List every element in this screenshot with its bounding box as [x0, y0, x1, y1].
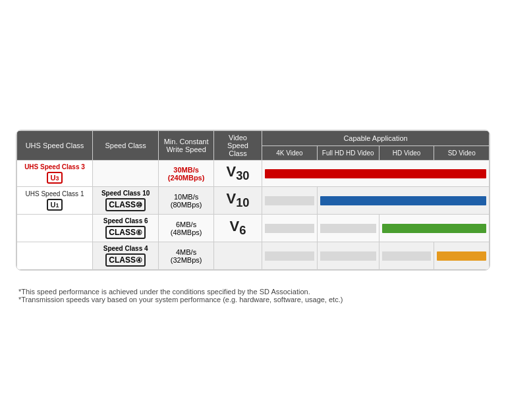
speed-class-cell-3: Speed Class 6 CLASS⑥: [92, 215, 158, 242]
bar-grey-4k-4: [262, 242, 318, 270]
header-video-speed: Video Speed Class: [213, 131, 262, 161]
video-class-label-2: V10: [226, 190, 249, 207]
bar-red-1: [265, 169, 486, 178]
speed-class-name-2: Speed Class 10: [97, 190, 154, 197]
bar-container-1: [265, 168, 486, 180]
bar-orange-4: [437, 251, 486, 261]
grey-hd-4: [382, 251, 432, 261]
min-speed-val-1: 30MB/s: [173, 166, 199, 174]
video-class-cell-3: V6: [213, 215, 262, 242]
speed-class-cell-1: [92, 161, 158, 187]
uhs-icon-2: U1: [21, 197, 88, 211]
speed-class-name-4: Speed Class 4: [97, 245, 154, 252]
speed-class-icon-3: CLASS⑥: [105, 226, 146, 239]
header-capable-application: Capable Application: [262, 131, 490, 146]
speed-class-name-3: Speed Class 6: [97, 217, 154, 224]
bar-blue-2: [320, 196, 486, 205]
footnotes-section: *This speed performance is achieved unde…: [16, 288, 490, 303]
min-speed-parens-3: (48MBps): [171, 228, 202, 236]
min-speed-val-2: 10MB/s: [174, 193, 198, 201]
header-4k: 4K Video: [262, 146, 318, 161]
header-fullhd: Full HD HD Video: [317, 146, 379, 161]
speed-class-icon-4: CLASS④: [105, 253, 146, 267]
grey-4k-4: [265, 251, 314, 261]
bar-grey-fullhd-4: [317, 242, 379, 270]
video-class-label-1: V30: [226, 163, 249, 180]
bar-green-3: [382, 224, 486, 233]
speed-class-cell-2: Speed Class 10 CLASS⑩: [92, 187, 158, 215]
grey-bar-4k-2: [265, 196, 314, 205]
uhs-class-cell-4: [17, 242, 93, 270]
table-row: UHS Speed Class 1 U1 Speed Class 10 CLAS…: [17, 187, 490, 215]
min-speed-val-4: 4MB/s: [176, 248, 196, 256]
uhs-class-name-1: UHS Speed Class 3: [21, 163, 88, 171]
min-speed-cell-3: 6MB/s (48MBps): [159, 215, 214, 242]
header-uhs-speed-class: UHS Speed Class: [17, 131, 93, 161]
min-speed-parens-4: (32MBps): [171, 256, 202, 264]
video-class-cell-4: [213, 242, 262, 270]
bar-grey-hd-4: [379, 242, 434, 270]
table-row: Speed Class 4 CLASS④ 4MB/s (32MBps): [17, 242, 490, 270]
uhs-class-cell-3: [17, 215, 93, 242]
min-speed-cell-2: 10MB/s (80MBps): [159, 187, 214, 215]
speed-class-table: UHS Speed Class Speed Class Min. Constan…: [16, 130, 490, 270]
bar-cell-4: [434, 242, 490, 270]
min-speed-cell-4: 4MB/s (32MBps): [159, 242, 214, 270]
bar-container-2: [320, 195, 486, 207]
grey-fullhd-4: [320, 251, 376, 261]
table-row: Speed Class 6 CLASS⑥ 6MB/s (48MBps) V6: [17, 215, 490, 242]
uhs-icon-1: U3: [21, 171, 88, 184]
header-speed-class: Speed Class: [92, 131, 158, 161]
bar-container-4: [437, 250, 486, 262]
main-table-wrapper: UHS Speed Class Speed Class Min. Constan…: [16, 130, 490, 271]
speed-class-cell-4: Speed Class 4 CLASS④: [92, 242, 158, 270]
grey-fullhd-3: [320, 224, 376, 233]
min-speed-val-3: 6MB/s: [176, 221, 196, 228]
header-sd: SD Video: [434, 146, 490, 161]
grey-4k-3: [265, 224, 314, 233]
video-class-cell-1: V30: [213, 161, 262, 187]
bar-grey-4k-3: [262, 215, 318, 242]
bar-cell-1: [262, 161, 490, 187]
uhs-class-cell-1: UHS Speed Class 3 U3: [17, 161, 93, 187]
bar-cell-2: [317, 187, 489, 215]
bar-grey-4k-2: [262, 187, 318, 215]
bar-container-3: [382, 223, 486, 234]
table-row: UHS Speed Class 3 U3 30MB/s (240MBps) V3…: [17, 161, 490, 187]
bar-cell-3: [379, 215, 489, 242]
header-min-write: Min. Constant Write Speed: [159, 131, 214, 161]
video-class-cell-2: V10: [213, 187, 262, 215]
bar-grey-fullhd-3: [317, 215, 379, 242]
min-speed-cell-1: 30MB/s (240MBps): [159, 161, 214, 187]
footnote-1: *This speed performance is achieved unde…: [18, 288, 488, 296]
min-speed-parens-2: (80MBps): [171, 201, 202, 209]
speed-class-icon-2: CLASS⑩: [105, 198, 146, 211]
min-speed-parens-1: (240MBps): [168, 174, 205, 182]
uhs-class-cell-2: UHS Speed Class 1 U1: [17, 187, 93, 215]
header-hd: HD Video: [379, 146, 434, 161]
video-class-label-3: V6: [230, 218, 246, 234]
footnote-2: *Transmission speeds vary based on your …: [18, 296, 488, 303]
uhs-class-name-2: UHS Speed Class 1: [21, 190, 88, 197]
